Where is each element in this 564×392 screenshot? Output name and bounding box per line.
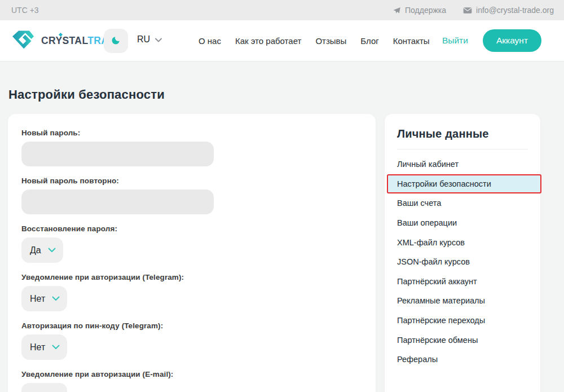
- email-link[interactable]: info@crystal-trade.org: [463, 6, 554, 15]
- utc-offset-label: UTC +3: [11, 6, 39, 15]
- nav-item[interactable]: Как это работает: [235, 36, 301, 46]
- nav-item[interactable]: О нас: [199, 36, 221, 46]
- header-actions: Выйти Аккаунт: [442, 20, 541, 61]
- nav-item[interactable]: Отзывы: [315, 36, 346, 46]
- select-dropdown[interactable]: Да: [21, 237, 63, 263]
- sidebar-item[interactable]: Ваши операции: [397, 213, 528, 233]
- chevron-down-icon: [41, 248, 56, 253]
- telegram-icon: [393, 6, 401, 15]
- field-label: Уведомление при авторизации (E-mail):: [21, 370, 362, 378]
- main-nav: О нас Как это работает Отзывы Блог Конта…: [199, 20, 430, 61]
- nav-item[interactable]: Блог: [360, 36, 378, 46]
- select-dropdown[interactable]: Нет: [21, 383, 67, 392]
- logout-link[interactable]: Выйти: [442, 36, 468, 46]
- brand-diamond-icon: [11, 29, 36, 52]
- form-field: Уведомление при авторизации (Telegram): …: [21, 273, 362, 311]
- envelope-icon: [463, 7, 472, 14]
- field-label: Восстановление пароля:: [21, 224, 362, 233]
- email-label: info@crystal-trade.org: [476, 6, 554, 15]
- dark-mode-toggle[interactable]: [104, 29, 128, 53]
- brand-part1: CRYSTAL: [41, 35, 87, 46]
- sidebar-item[interactable]: Рефералы: [397, 350, 528, 369]
- sidebar-item[interactable]: Партнёрские переходы: [397, 311, 528, 331]
- personal-data-sidebar: Личные данные Личный кабинет Настройки б…: [385, 114, 540, 392]
- password-input[interactable]: [21, 142, 214, 166]
- select-value: Нет: [30, 294, 45, 304]
- select-dropdown[interactable]: Нет: [21, 286, 67, 311]
- sidebar-item[interactable]: Партнёрский аккаунт: [397, 272, 528, 292]
- sidebar-item[interactable]: Ваши счета: [397, 193, 528, 213]
- support-label: Поддержка: [405, 6, 446, 15]
- field-label: Авторизация по пин-коду (Telegram):: [21, 321, 362, 330]
- chevron-down-icon: [45, 345, 60, 350]
- security-settings-panel: Новый пароль: Новый пароль повторно: Вос…: [8, 114, 376, 392]
- language-label: RU: [137, 34, 150, 45]
- sidebar-divider: [397, 149, 528, 149]
- main-header: CRYSTALTRADE RU О нас Как это работает О…: [0, 20, 564, 61]
- form-field: Уведомление при авторизации (E-mail): Не…: [21, 370, 362, 392]
- moon-icon: [111, 34, 122, 48]
- sidebar-item[interactable]: Личный кабинет: [397, 155, 528, 174]
- chevron-down-icon: [155, 34, 162, 45]
- select-dropdown[interactable]: Нет: [21, 334, 67, 360]
- select-value: Нет: [30, 342, 45, 353]
- field-label: Уведомление при авторизации (Telegram):: [21, 273, 362, 281]
- sidebar-item[interactable]: JSON-файл курсов: [397, 252, 528, 272]
- form-field: Авторизация по пин-коду (Telegram): Нет: [21, 321, 362, 360]
- account-button[interactable]: Аккаунт: [483, 29, 541, 52]
- sidebar-item[interactable]: Рекламные материалы: [397, 291, 528, 311]
- sidebar-item[interactable]: XML-файл курсов: [397, 232, 528, 252]
- password-input[interactable]: [21, 190, 214, 214]
- form-field: Новый пароль повторно:: [21, 177, 362, 214]
- select-value: Да: [30, 245, 41, 256]
- support-link[interactable]: Поддержка: [393, 6, 446, 15]
- utility-bar: UTC +3 Поддержка info@crystal-trade.org: [0, 0, 564, 20]
- chevron-down-icon: [45, 296, 60, 301]
- form-field: Восстановление пароля: Да: [21, 224, 362, 263]
- nav-item[interactable]: Контакты: [393, 36, 430, 46]
- form-field: Новый пароль:: [21, 129, 362, 166]
- language-selector[interactable]: RU: [137, 34, 162, 45]
- page-title: Настройки безопасности: [8, 87, 165, 102]
- field-label: Новый пароль повторно:: [21, 177, 362, 185]
- field-label: Новый пароль:: [21, 129, 362, 137]
- sidebar-item[interactable]: Настройки безопасности: [387, 174, 541, 194]
- sidebar-menu: Личный кабинет Настройки безопасности Ва…: [397, 155, 528, 369]
- sidebar-title: Личные данные: [397, 127, 528, 140]
- sidebar-item[interactable]: Партнёрские обмены: [397, 330, 528, 350]
